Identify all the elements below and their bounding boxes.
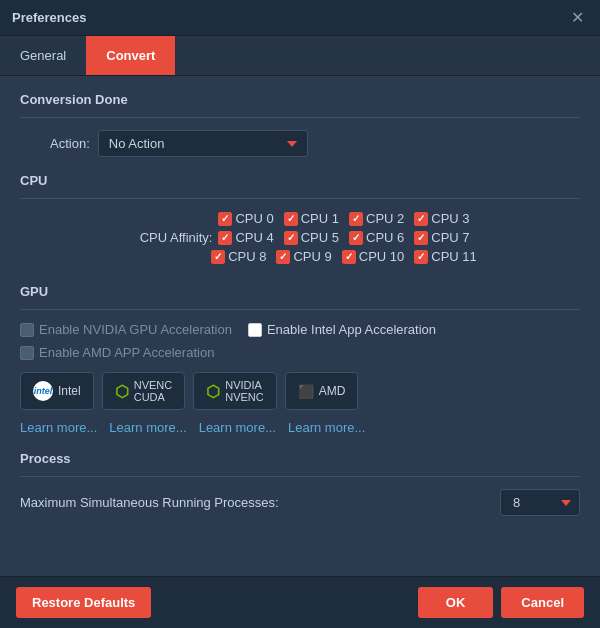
intel-card-label: Intel	[58, 384, 81, 398]
nvidia-nvenc-card[interactable]: ⬡ NVIDIA NVENC	[193, 372, 277, 410]
cpu-4-checkbox[interactable]	[218, 231, 232, 245]
gpu-brand-cards: intel Intel ⬡ NVENC CUDA ⬡ NVIDIA NVENC …	[20, 372, 580, 410]
intel-checkbox[interactable]	[248, 323, 262, 337]
amd-card-label: AMD	[319, 384, 346, 398]
cpu-2-checkbox[interactable]	[349, 212, 363, 226]
gpu-section: GPU Enable NVIDIA GPU Acceleration Enabl…	[20, 284, 580, 435]
cpu-item-4: CPU 4	[218, 230, 273, 245]
conversion-done-section: Conversion Done Action: No Action Shut D…	[20, 92, 580, 157]
learn-more-intel[interactable]: Learn more...	[20, 420, 97, 435]
cpu-item-10: CPU 10	[342, 249, 405, 264]
cpu-affinity-grid: CPU 0 CPU 1 CPU 2 CPU 3	[20, 211, 580, 268]
tabs-bar: General Convert	[0, 36, 600, 76]
title-bar: Preferences ✕	[0, 0, 600, 36]
amd-card-icon: ⬛	[298, 384, 314, 399]
cpu-10-label: CPU 10	[359, 249, 405, 264]
cancel-button[interactable]: Cancel	[501, 587, 584, 618]
cpu-1-label: CPU 1	[301, 211, 339, 226]
conversion-done-title: Conversion Done	[20, 92, 580, 107]
cpu-2-label: CPU 2	[366, 211, 404, 226]
cpu-6-label: CPU 6	[366, 230, 404, 245]
action-label: Action:	[50, 136, 90, 151]
cpu-3-checkbox[interactable]	[414, 212, 428, 226]
process-title: Process	[20, 451, 580, 466]
window-title: Preferences	[12, 10, 86, 25]
cpu-item-0: CPU 0	[218, 211, 273, 226]
gpu-options: Enable NVIDIA GPU Acceleration Enable In…	[20, 322, 580, 360]
restore-defaults-button[interactable]: Restore Defaults	[16, 587, 151, 618]
nvenc-cuda-label: NVENC CUDA	[134, 379, 173, 403]
cpu-item-7: CPU 7	[414, 230, 469, 245]
cpu-item-1: CPU 1	[284, 211, 339, 226]
process-section: Process Maximum Simultaneous Running Pro…	[20, 451, 580, 516]
cpu-7-label: CPU 7	[431, 230, 469, 245]
nvidia-nvenc-label: NVIDIA NVENC	[225, 379, 264, 403]
amd-label: Enable AMD APP Acceleration	[39, 345, 214, 360]
cpu-9-checkbox[interactable]	[276, 250, 290, 264]
intel-card-icon: intel	[33, 381, 53, 401]
amd-checkbox[interactable]	[20, 346, 34, 360]
cpu-11-label: CPU 11	[431, 249, 477, 264]
cpu-3-label: CPU 3	[431, 211, 469, 226]
main-content: Conversion Done Action: No Action Shut D…	[0, 76, 600, 576]
cpu-5-label: CPU 5	[301, 230, 339, 245]
cpu-title: CPU	[20, 173, 580, 188]
intel-label: Enable Intel App Acceleration	[267, 322, 436, 337]
cpu-5-checkbox[interactable]	[284, 231, 298, 245]
process-row: Maximum Simultaneous Running Processes: …	[20, 489, 580, 516]
process-dropdown[interactable]: 1234 5678 1216	[500, 489, 580, 516]
cpu-8-checkbox[interactable]	[211, 250, 225, 264]
cpu-row-3: CPU 8 CPU 9 CPU 10 CPU 11	[115, 249, 485, 264]
ok-button[interactable]: OK	[418, 587, 494, 618]
cpu-item-9: CPU 9	[276, 249, 331, 264]
cpu-affinity-label-2: CPU Affinity:	[122, 230, 212, 245]
cpu-row-2: CPU Affinity: CPU 4 CPU 5 CPU 6	[122, 230, 477, 245]
cpu-row-items-1: CPU 0 CPU 1 CPU 2 CPU 3	[218, 211, 477, 226]
cpu-row-items-2: CPU 4 CPU 5 CPU 6 CPU 7	[218, 230, 477, 245]
cpu-9-label: CPU 9	[293, 249, 331, 264]
cpu-11-checkbox[interactable]	[414, 250, 428, 264]
cpu-row-items-3: CPU 8 CPU 9 CPU 10 CPU 11	[211, 249, 485, 264]
amd-option: Enable AMD APP Acceleration	[20, 345, 214, 360]
nvenc-cuda-card[interactable]: ⬡ NVENC CUDA	[102, 372, 186, 410]
cpu-item-5: CPU 5	[284, 230, 339, 245]
cpu-6-checkbox[interactable]	[349, 231, 363, 245]
action-row: Action: No Action Shut Down Hibernate Sl…	[20, 130, 580, 157]
learn-more-nvidia-nvenc[interactable]: Learn more...	[199, 420, 276, 435]
cpu-4-label: CPU 4	[235, 230, 273, 245]
tab-general[interactable]: General	[0, 36, 86, 75]
cpu-0-label: CPU 0	[235, 211, 273, 226]
gpu-option-row-2: Enable AMD APP Acceleration	[20, 345, 580, 360]
learn-more-amd[interactable]: Learn more...	[288, 420, 365, 435]
cpu-item-2: CPU 2	[349, 211, 404, 226]
cpu-section: CPU CPU 0 CPU 1 CPU 2	[20, 173, 580, 268]
nvidia-label: Enable NVIDIA GPU Acceleration	[39, 322, 232, 337]
cpu-7-checkbox[interactable]	[414, 231, 428, 245]
cpu-item-8: CPU 8	[211, 249, 266, 264]
intel-option: Enable Intel App Acceleration	[248, 322, 436, 337]
nvidia-checkbox[interactable]	[20, 323, 34, 337]
amd-card[interactable]: ⬛ AMD	[285, 372, 359, 410]
learn-more-nvenc-cuda[interactable]: Learn more...	[109, 420, 186, 435]
cpu-8-label: CPU 8	[228, 249, 266, 264]
cpu-item-11: CPU 11	[414, 249, 477, 264]
learn-more-row: Learn more... Learn more... Learn more..…	[20, 420, 580, 435]
cpu-0-checkbox[interactable]	[218, 212, 232, 226]
footer: Restore Defaults OK Cancel	[0, 576, 600, 628]
cpu-10-checkbox[interactable]	[342, 250, 356, 264]
cpu-item-3: CPU 3	[414, 211, 469, 226]
cpu-1-checkbox[interactable]	[284, 212, 298, 226]
intel-card[interactable]: intel Intel	[20, 372, 94, 410]
nvenc-cuda-icon: ⬡	[115, 382, 129, 401]
footer-right-buttons: OK Cancel	[418, 587, 584, 618]
nvidia-nvenc-icon: ⬡	[206, 382, 220, 401]
tab-convert[interactable]: Convert	[86, 36, 175, 75]
gpu-option-row-1: Enable NVIDIA GPU Acceleration Enable In…	[20, 322, 580, 337]
nvidia-option: Enable NVIDIA GPU Acceleration	[20, 322, 232, 337]
cpu-item-6: CPU 6	[349, 230, 404, 245]
action-dropdown[interactable]: No Action Shut Down Hibernate Sleep	[98, 130, 308, 157]
cpu-row-1: CPU 0 CPU 1 CPU 2 CPU 3	[122, 211, 477, 226]
close-button[interactable]: ✕	[567, 8, 588, 28]
process-label: Maximum Simultaneous Running Processes:	[20, 495, 279, 510]
gpu-title: GPU	[20, 284, 580, 299]
